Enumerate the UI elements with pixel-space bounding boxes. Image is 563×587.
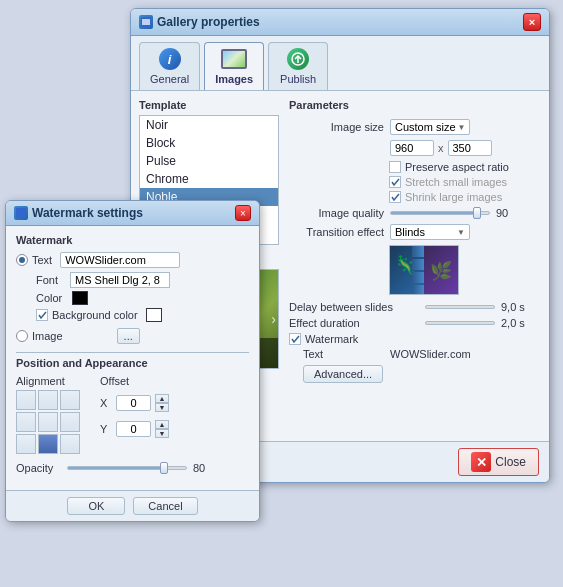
transition-select[interactable]: Blinds ▼ — [390, 224, 470, 240]
effect-slider[interactable] — [425, 321, 495, 325]
text-radio[interactable] — [16, 254, 28, 266]
align-top-right[interactable] — [60, 390, 80, 410]
wm-titlebar-left: Watermark settings — [14, 206, 143, 220]
effect-duration-label: Effect duration — [289, 317, 419, 329]
aspect-ratio-checkbox[interactable] — [389, 161, 401, 173]
browse-button[interactable]: ... — [117, 328, 140, 344]
tab-images[interactable]: Images — [204, 42, 264, 90]
align-bot-right[interactable] — [60, 434, 80, 454]
preview-arrow[interactable]: › — [271, 311, 276, 327]
cancel-button[interactable]: Cancel — [133, 497, 197, 515]
stretch-label: Stretch small images — [405, 176, 507, 188]
transition-preview: 🦎 🌿 — [389, 245, 459, 295]
t-stripe-1 — [412, 246, 424, 257]
opacity-row: Opacity 80 — [16, 462, 249, 474]
effect-duration-row: Effect duration 2,0 s — [289, 317, 541, 329]
align-top-center[interactable] — [38, 390, 58, 410]
shrink-checkbox[interactable] — [389, 191, 401, 203]
t-stripe-3 — [412, 272, 424, 283]
quality-row: Image quality 90 — [289, 207, 541, 219]
template-block[interactable]: Block — [140, 134, 278, 152]
align-top-left[interactable] — [16, 390, 36, 410]
watermark-text-value: WOWSlider.com — [390, 348, 471, 360]
x-stepper: ▲ ▼ — [155, 394, 169, 412]
gallery-tab-bar: i General Images Publish — [131, 36, 549, 91]
gallery-close-large-button[interactable]: ✕ Close — [458, 448, 539, 476]
tab-images-label: Images — [215, 73, 253, 85]
tab-general[interactable]: i General — [139, 42, 200, 90]
transition-value: Blinds — [395, 226, 425, 238]
position-section-label: Position and Appearance — [16, 357, 249, 369]
tab-publish-label: Publish — [280, 73, 316, 85]
template-section-label: Template — [139, 99, 279, 111]
bgcolor-swatch[interactable] — [146, 308, 162, 322]
svg-rect-4 — [16, 208, 26, 218]
color-row: Color — [36, 291, 249, 305]
opacity-slider[interactable] — [67, 466, 187, 470]
quality-slider-thumb — [473, 207, 481, 219]
x-separator: x — [438, 142, 444, 154]
titlebar-left: Gallery properties — [139, 15, 260, 29]
image-size-row: Image size Custom size ▼ — [289, 119, 541, 135]
y-up-btn[interactable]: ▲ — [155, 420, 169, 429]
publish-tab-icon — [284, 47, 312, 71]
size-inputs-row: x — [289, 140, 541, 156]
font-display[interactable]: MS Shell Dlg 2, 8 — [70, 272, 170, 288]
image-size-select[interactable]: Custom size ▼ — [390, 119, 470, 135]
stretch-checkbox[interactable] — [389, 176, 401, 188]
wm-close-button[interactable]: × — [235, 205, 251, 221]
delay-slider[interactable] — [425, 305, 495, 309]
stretch-checkbox-row: Stretch small images — [389, 176, 541, 188]
align-bot-center[interactable] — [38, 434, 58, 454]
template-chrome[interactable]: Chrome — [140, 170, 278, 188]
t-stripe-4 — [412, 285, 424, 295]
transition-arrow-icon: ▼ — [457, 228, 465, 237]
height-input[interactable] — [448, 140, 492, 156]
watermark-checkbox[interactable] — [289, 333, 301, 345]
bgcolor-checkbox[interactable] — [36, 309, 48, 321]
color-label: Color — [36, 292, 66, 304]
close-x-icon: ✕ — [471, 452, 491, 472]
offset-section: Offset X ▲ ▼ Y ▲ ▼ — [100, 375, 169, 454]
x-offset-row: X ▲ ▼ — [100, 394, 169, 412]
quality-value: 90 — [496, 207, 516, 219]
x-up-btn[interactable]: ▲ — [155, 394, 169, 403]
gallery-close-label: Close — [495, 455, 526, 469]
ok-button[interactable]: OK — [67, 497, 125, 515]
y-offset-row: Y ▲ ▼ — [100, 420, 169, 438]
wm-content: Watermark Text Font MS Shell Dlg 2, 8 Co… — [6, 226, 259, 490]
y-offset-input[interactable] — [116, 421, 151, 437]
effect-duration-value: 2,0 s — [501, 317, 531, 329]
align-bot-left[interactable] — [16, 434, 36, 454]
opacity-thumb — [160, 462, 168, 474]
bgcolor-row: Background color — [36, 308, 249, 322]
x-offset-label: X — [100, 397, 112, 409]
size-inputs: x — [390, 140, 492, 156]
shrink-checkbox-row: Shrink large images — [389, 191, 541, 203]
template-noir[interactable]: Noir — [140, 116, 278, 134]
width-input[interactable] — [390, 140, 434, 156]
image-radio[interactable] — [16, 330, 28, 342]
quality-slider[interactable] — [390, 211, 490, 215]
gallery-close-button[interactable]: × — [523, 13, 541, 31]
align-mid-right[interactable] — [60, 412, 80, 432]
y-offset-label: Y — [100, 423, 112, 435]
x-offset-input[interactable] — [116, 395, 151, 411]
t-stripe-2 — [412, 259, 424, 270]
x-down-btn[interactable]: ▼ — [155, 403, 169, 412]
watermark-text-input[interactable] — [60, 252, 180, 268]
template-pulse[interactable]: Pulse — [140, 152, 278, 170]
tab-publish[interactable]: Publish — [268, 42, 328, 90]
wm-section-label: Watermark — [16, 234, 249, 246]
watermark-checkbox-row: Watermark — [289, 333, 541, 345]
align-mid-left[interactable] — [16, 412, 36, 432]
transition-stripes — [412, 246, 424, 295]
y-down-btn[interactable]: ▼ — [155, 429, 169, 438]
info-icon: i — [159, 48, 181, 70]
transition-preview-area: 🦎 🌿 — [389, 245, 541, 295]
color-swatch[interactable] — [72, 291, 88, 305]
advanced-button[interactable]: Advanced... — [303, 365, 383, 383]
watermark-label: Watermark — [305, 333, 358, 345]
align-mid-center[interactable] — [38, 412, 58, 432]
transition-label: Transition effect — [289, 226, 384, 238]
